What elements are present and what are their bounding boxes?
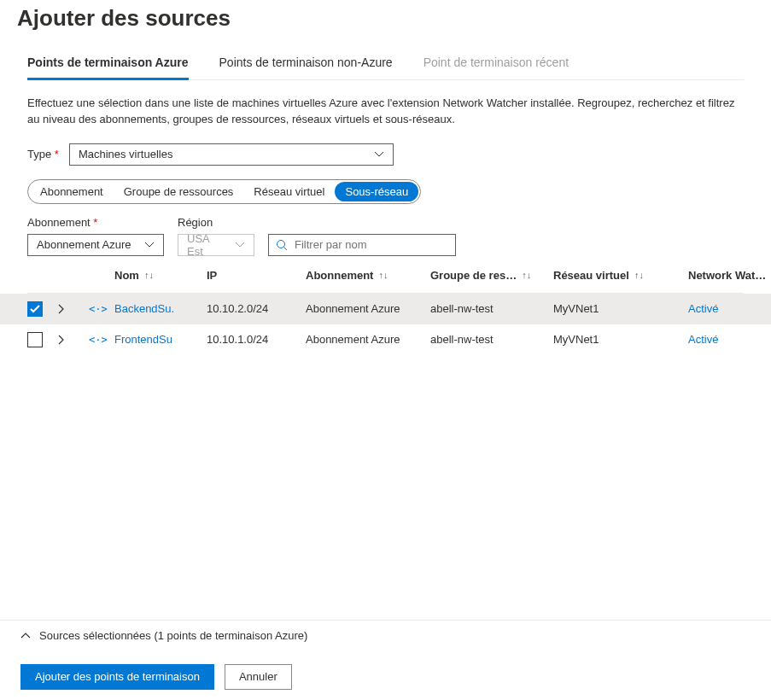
row-checkbox[interactable] <box>27 332 43 347</box>
tabs: Points de terminaison Azure Points de te… <box>27 55 744 80</box>
required-asterisk: * <box>55 148 59 160</box>
subnet-icon: <·> <box>89 334 114 346</box>
column-header-ip[interactable]: IP <box>207 269 306 282</box>
subscription-filter-dropdown[interactable]: Abonnement Azure <box>27 234 164 256</box>
search-icon <box>276 239 288 251</box>
column-header-subscription[interactable]: Abonnement↑↓ <box>306 269 430 282</box>
row-virtual-network: MyVNet1 <box>553 302 688 315</box>
name-filter-input[interactable] <box>293 237 448 252</box>
row-resource-group: abell-nw-test <box>430 302 553 315</box>
tab-non-azure-endpoints[interactable]: Points de terminaison non-Azure <box>219 55 393 79</box>
add-endpoints-button[interactable]: Ajouter des points de terminaison <box>20 664 214 690</box>
sort-icon: ↑↓ <box>522 270 531 280</box>
region-filter-value: USA Est <box>187 232 226 258</box>
description-text: Effectuez une sélection dans une liste d… <box>27 96 744 128</box>
chevron-down-icon <box>235 242 245 248</box>
column-header-virtual-network[interactable]: Réseau virtuel↑↓ <box>553 269 688 282</box>
required-asterisk: * <box>93 216 97 229</box>
sort-icon: ↑↓ <box>378 270 388 280</box>
selected-sources-label: Sources sélectionnées (1 points de termi… <box>39 629 307 642</box>
column-header-network-watcher[interactable]: Network Wat… <box>688 269 770 282</box>
table-row[interactable]: <·> FrontendSu 10.10.1.0/24 Abonnement A… <box>0 324 771 355</box>
subscription-filter-label: Abonnement * <box>27 216 164 229</box>
row-checkbox[interactable] <box>27 301 43 317</box>
selected-sources-collapse[interactable]: Sources sélectionnées (1 points de termi… <box>0 620 771 650</box>
row-virtual-network: MyVNet1 <box>553 333 688 346</box>
chevron-down-icon <box>144 242 155 248</box>
svg-point-0 <box>277 240 285 248</box>
cancel-button[interactable]: Annuler <box>225 664 292 690</box>
pill-resource-group[interactable]: Groupe de ressources <box>114 182 244 201</box>
column-header-resource-group[interactable]: Groupe de res…↑↓ <box>430 269 553 282</box>
table-row[interactable]: <·> BackendSu. 10.10.2.0/24 Abonnement A… <box>0 294 771 324</box>
row-network-watcher-status[interactable]: Activé <box>688 333 770 346</box>
type-dropdown[interactable]: Machines virtuelles <box>69 143 394 166</box>
page-title: Ajouter des sources <box>17 5 771 32</box>
row-subscription: Abonnement Azure <box>306 333 430 346</box>
sort-icon: ↑↓ <box>144 270 154 280</box>
footer-actions: Ajouter des points de terminaison Annule… <box>0 650 771 700</box>
group-by-pillbar: Abonnement Groupe de ressources Réseau v… <box>27 179 421 204</box>
chevron-down-icon <box>374 151 384 158</box>
row-ip: 10.10.1.0/24 <box>207 333 306 346</box>
sort-icon: ↑↓ <box>634 270 644 280</box>
column-header-name[interactable]: Nom↑↓ <box>114 269 207 282</box>
row-ip: 10.10.2.0/24 <box>207 302 306 315</box>
row-resource-group: abell-nw-test <box>430 333 553 346</box>
region-filter-label: Région <box>178 216 254 229</box>
row-network-watcher-status[interactable]: Activé <box>688 302 770 315</box>
name-filter-search[interactable] <box>268 234 456 256</box>
row-name-link[interactable]: BackendSu. <box>114 302 207 315</box>
row-subscription: Abonnement Azure <box>306 302 430 315</box>
expand-row-icon[interactable] <box>58 304 89 314</box>
pill-subnet[interactable]: Sous-réseau <box>335 182 418 201</box>
tab-recent-endpoint[interactable]: Point de terminaison récent <box>423 55 569 79</box>
subnet-icon: <·> <box>89 303 114 315</box>
tab-azure-endpoints[interactable]: Points de terminaison Azure <box>27 55 189 80</box>
subscription-filter-value: Abonnement Azure <box>37 238 131 251</box>
expand-row-icon[interactable] <box>58 335 89 345</box>
row-name-link[interactable]: FrontendSu <box>114 333 207 346</box>
type-dropdown-value: Machines virtuelles <box>79 148 173 160</box>
type-label: Type * <box>27 148 59 160</box>
chevron-up-icon <box>20 632 31 639</box>
table-header: Nom↑↓ IP Abonnement↑↓ Groupe de res…↑↓ R… <box>27 263 744 294</box>
svg-line-1 <box>284 247 288 250</box>
region-filter-dropdown[interactable]: USA Est <box>178 234 254 256</box>
pill-subscription[interactable]: Abonnement <box>30 182 114 201</box>
pill-virtual-network[interactable]: Réseau virtuel <box>243 182 335 201</box>
